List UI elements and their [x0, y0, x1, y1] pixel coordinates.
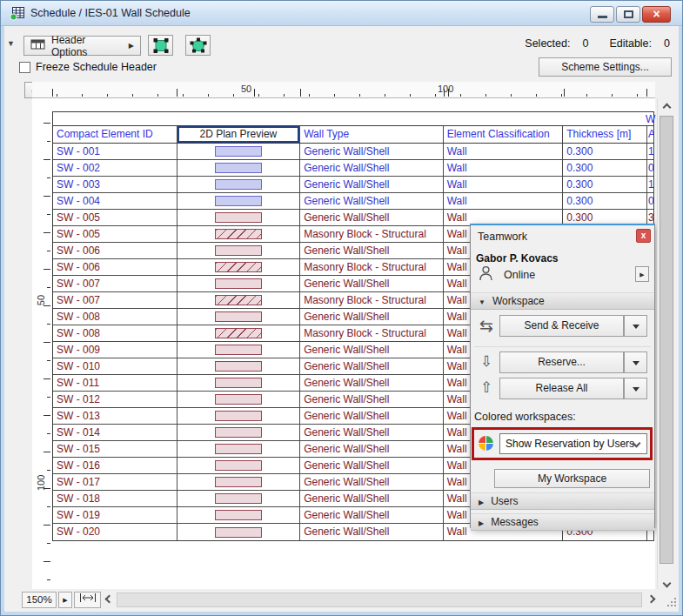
cell-wall-type: Generic Wall/Shell	[300, 309, 444, 325]
horizontal-scrollbar[interactable]	[117, 593, 642, 607]
ruler-tick	[44, 378, 50, 379]
schedule-row[interactable]: SW - 004Generic Wall/ShellWall0.3000	[53, 193, 653, 210]
cell-plan-preview	[177, 309, 301, 325]
ruler-tick	[359, 94, 360, 97]
vertical-scrollbar-thumb[interactable]	[660, 116, 673, 564]
cell-plan-preview	[177, 243, 301, 258]
section-users[interactable]: ▶Users	[471, 492, 654, 510]
cell-classification: Wall	[444, 193, 564, 209]
cell-extra: 0	[647, 193, 653, 209]
cell-plan-preview	[177, 474, 301, 490]
send-receive-dropdown[interactable]	[624, 315, 647, 337]
dropdown-arrow-icon	[633, 325, 639, 329]
release-all-dropdown[interactable]	[624, 378, 647, 399]
cell-plan-preview	[177, 276, 301, 291]
section-workspace[interactable]: ▼Workspace	[471, 292, 654, 310]
zoom-flyout-button[interactable]: ▶	[58, 592, 72, 608]
maximize-button[interactable]	[616, 6, 640, 23]
ruler-tick	[300, 89, 301, 97]
table-header-row: Compact Element ID 2D Plan Preview Wall …	[53, 126, 653, 144]
ruler-tick	[47, 579, 50, 580]
column-header-element-id[interactable]: Compact Element ID	[53, 126, 177, 143]
header-options-button[interactable]: Header Options ▶	[23, 36, 141, 56]
ruler-tick	[254, 89, 255, 97]
zoom-level-button[interactable]: 150%	[22, 592, 57, 608]
scroll-left-button[interactable]	[103, 592, 116, 608]
reserve-row: ⇩ Reserve...	[471, 352, 654, 374]
cell-element-id: SW - 007	[53, 292, 177, 308]
scroll-down-button[interactable]	[658, 574, 675, 589]
cell-wall-type: Generic Wall/Shell	[300, 441, 444, 457]
cell-element-id: SW - 008	[53, 325, 177, 341]
ruler-tick	[47, 141, 50, 142]
scroll-right-button[interactable]	[645, 592, 658, 608]
cell-wall-type: Generic Wall/Shell	[300, 491, 444, 506]
schedule-title-row: W	[53, 112, 653, 126]
palette-close-button[interactable]: x	[636, 229, 651, 243]
ruler-tick	[44, 305, 50, 306]
ruler-tick	[183, 94, 184, 97]
column-header-plan-preview[interactable]: 2D Plan Preview	[177, 126, 301, 143]
fit-width-button[interactable]	[74, 592, 101, 608]
minimize-icon	[598, 16, 607, 18]
ruler-tick	[586, 94, 587, 97]
cell-plan-preview	[177, 210, 301, 225]
ruler-tick	[435, 94, 436, 97]
ruler-tick	[44, 269, 50, 270]
ruler-tick	[233, 94, 234, 97]
palette-docker-arrow[interactable]: ▼	[7, 39, 15, 48]
vertical-scrollbar[interactable]	[657, 98, 675, 589]
reserve-button[interactable]: Reserve...	[499, 352, 624, 373]
cell-wall-type: Generic Wall/Shell	[300, 474, 444, 490]
wall-preview-solid	[215, 510, 262, 520]
ruler-tick	[47, 177, 50, 178]
select-polygon-button[interactable]	[185, 35, 211, 56]
selected-label: Selected:	[525, 37, 570, 50]
cell-element-id: SW - 006	[53, 259, 177, 275]
send-receive-button[interactable]: Send & Receive	[499, 315, 624, 337]
schedule-row[interactable]: SW - 001Generic Wall/ShellWall0.3001	[53, 144, 653, 160]
ruler-tick	[47, 287, 50, 288]
ruler-tick	[44, 452, 50, 452]
ruler-tick	[57, 94, 57, 97]
cell-element-id: SW - 013	[53, 408, 177, 424]
ruler-tick	[44, 196, 50, 197]
cell-element-id: SW - 005	[53, 210, 177, 225]
column-header-thickness[interactable]: Thickness [m]	[563, 126, 647, 143]
chevron-up-icon	[662, 104, 671, 112]
cell-element-id: SW - 006	[53, 243, 177, 258]
cell-element-id: SW - 018	[53, 491, 177, 506]
release-all-button[interactable]: Release All	[499, 378, 624, 399]
cell-wall-type: Generic Wall/Shell	[300, 524, 444, 540]
ruler-tick	[646, 89, 647, 97]
ruler-tick	[44, 123, 50, 124]
selected-value: 0	[582, 37, 588, 50]
colored-workspaces-select[interactable]: Show Reservation by Users	[499, 433, 647, 454]
palette-title: Teamwork	[478, 231, 527, 243]
scroll-up-button[interactable]	[658, 98, 675, 113]
cell-classification: Wall	[444, 144, 564, 159]
online-flyout-button[interactable]: ▶	[635, 266, 649, 282]
cell-element-id: SW - 011	[53, 375, 177, 391]
selection-info: Selected:0Editable:0	[525, 37, 670, 50]
vertical-ruler: 50 100	[32, 98, 51, 589]
reserve-dropdown[interactable]	[624, 352, 647, 373]
minimize-button[interactable]	[590, 6, 614, 23]
schedule-row[interactable]: SW - 002Generic Wall/ShellWall0.3000	[53, 160, 653, 177]
wall-preview-solid	[215, 163, 262, 173]
close-button[interactable]: ×	[642, 6, 671, 23]
wall-preview-solid	[215, 493, 262, 504]
horizontal-ruler: 50 100	[32, 82, 655, 98]
column-header-area[interactable]: A	[647, 126, 653, 143]
column-header-wall-type[interactable]: Wall Type	[300, 126, 444, 143]
schedule-row[interactable]: SW - 003Generic Wall/ShellWall0.3001	[53, 177, 653, 193]
freeze-header-checkbox[interactable]	[19, 62, 30, 73]
select-same-elements-button[interactable]	[148, 35, 173, 56]
ruler-tick	[258, 94, 259, 97]
my-workspace-button[interactable]: My Workspace	[494, 469, 650, 488]
resize-grip[interactable]	[665, 595, 676, 606]
section-messages[interactable]: ▶Messages	[471, 513, 654, 531]
scheme-settings-button[interactable]: Scheme Settings...	[539, 57, 672, 77]
editable-value: 0	[664, 37, 670, 50]
column-header-classification[interactable]: Element Classification	[444, 126, 564, 143]
